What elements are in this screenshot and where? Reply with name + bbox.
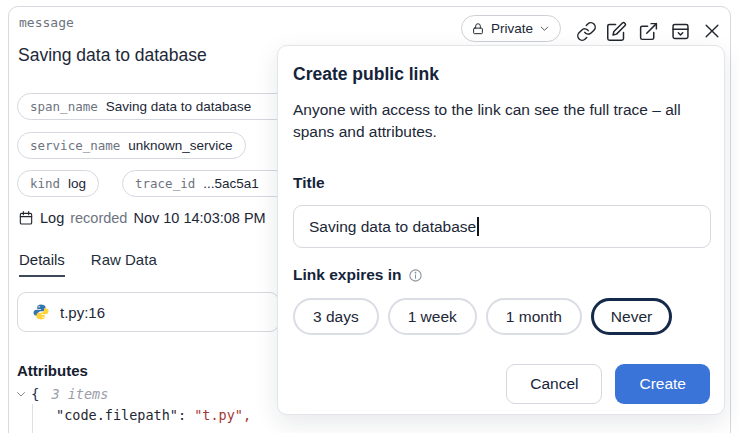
chip-value: unknown_service — [128, 138, 232, 153]
cancel-button[interactable]: Cancel — [506, 364, 602, 404]
chip-span-name[interactable]: span_name Saving data to database — [17, 93, 299, 120]
chip-kind[interactable]: kind log — [17, 170, 99, 197]
expires-label-row: Link expires in — [293, 266, 423, 284]
python-icon — [32, 303, 50, 321]
open-in-new-button[interactable] — [635, 18, 661, 44]
tab-details[interactable]: Details — [19, 251, 65, 277]
close-button[interactable] — [699, 18, 725, 44]
json-entry-value: "t.py", — [194, 407, 251, 423]
tab-raw-data[interactable]: Raw Data — [91, 251, 157, 277]
edit-icon — [606, 21, 627, 42]
source-location: t.py:16 — [60, 304, 105, 321]
chip-value: log — [68, 176, 86, 191]
edit-button[interactable] — [603, 18, 629, 44]
text-caret — [477, 217, 479, 236]
detail-tabs: Details Raw Data — [19, 251, 157, 277]
chip-service-name[interactable]: service_name unknown_service — [17, 132, 246, 159]
expiry-options: 3 days 1 week 1 month Never — [293, 298, 672, 335]
chip-key: span_name — [30, 99, 98, 114]
json-entry-key: "code.filepath": — [56, 407, 194, 423]
privacy-dropdown-button[interactable]: Private — [461, 15, 561, 42]
privacy-label: Private — [491, 21, 533, 36]
chip-key: trace_id — [135, 176, 195, 191]
chip-key: kind — [30, 176, 60, 191]
close-icon — [702, 21, 722, 41]
expiry-option-1-month[interactable]: 1 month — [486, 298, 582, 335]
source-location-chip[interactable]: t.py:16 — [17, 292, 279, 332]
expiry-option-3-days[interactable]: 3 days — [293, 298, 379, 335]
chip-key: service_name — [30, 138, 120, 153]
copy-link-button[interactable] — [573, 18, 599, 44]
expiry-option-1-week[interactable]: 1 week — [388, 298, 477, 335]
chevron-down-icon — [539, 23, 550, 34]
chip-value: Saving data to database — [106, 99, 252, 114]
popover-title: Create public link — [293, 64, 439, 85]
popover-actions: Cancel Create — [506, 364, 710, 404]
create-public-link-popover: Create public link Anyone with access to… — [277, 45, 725, 415]
info-icon[interactable] — [408, 268, 423, 283]
recorded-time: Nov 10 14:03:08 PM — [133, 210, 265, 226]
recorded-timestamp-row: Log recorded Nov 10 14:03:08 PM — [18, 210, 266, 226]
json-entry-row: "code.filepath": "t.py", — [56, 407, 251, 423]
create-button[interactable]: Create — [615, 364, 710, 404]
dock-box-icon — [670, 21, 691, 42]
json-root-brace: { — [31, 386, 39, 402]
lock-icon — [471, 22, 485, 36]
expiry-option-never[interactable]: Never — [591, 298, 672, 335]
open-in-new-icon — [638, 21, 659, 42]
page-title: Saving data to database — [18, 45, 207, 66]
recorded-verb: recorded — [70, 210, 127, 226]
json-tree-root: { 3 items — [15, 386, 108, 402]
title-input[interactable]: Saving data to database — [293, 205, 711, 248]
expires-label: Link expires in — [293, 266, 402, 284]
dock-box-button[interactable] — [667, 18, 693, 44]
screenshot-frame: message Private Saving data to database … — [0, 0, 739, 433]
attributes-heading: Attributes — [17, 362, 88, 379]
collapse-chevron-icon[interactable] — [15, 388, 27, 400]
chip-value: ...5ac5a1 — [203, 176, 259, 191]
json-items-count: 3 items — [51, 386, 108, 402]
recorded-level: Log — [40, 210, 64, 226]
popover-description: Anyone with access to the link can see t… — [293, 99, 717, 143]
title-field-label: Title — [293, 174, 325, 192]
context-label: message — [19, 15, 74, 30]
title-input-value: Saving data to database — [309, 218, 476, 236]
tree-indent-guide — [32, 404, 33, 433]
chip-trace-id[interactable]: trace_id ...5ac5a1 — [122, 170, 300, 197]
calendar-icon — [18, 210, 34, 226]
copy-link-icon — [576, 21, 597, 42]
